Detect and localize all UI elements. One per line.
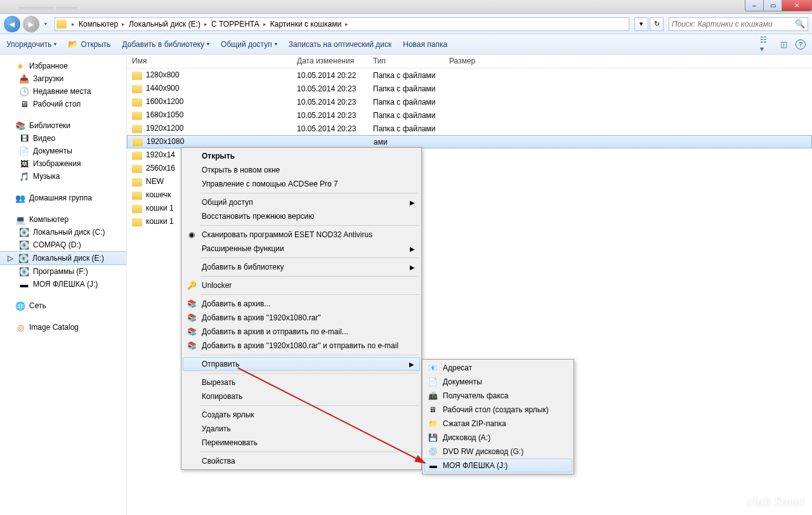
- column-header-name[interactable]: Имя: [127, 55, 292, 68]
- context-menu-item[interactable]: 📚Добавить в архив "1920x1080.rar": [183, 311, 420, 325]
- chevron-icon[interactable]: ▸: [69, 21, 77, 27]
- close-button[interactable]: ✕: [782, 0, 812, 11]
- sidebar-item-pictures[interactable]: 🖼Изображения: [0, 157, 126, 170]
- folder-icon: [132, 192, 142, 200]
- burn-button[interactable]: Записать на оптический диск: [289, 40, 392, 49]
- breadcrumb[interactable]: ▸ Компьютер ▸ Локальный диск (E:) ▸ С ТО…: [55, 17, 629, 31]
- submenu-arrow-icon: ▶: [410, 245, 415, 252]
- chevron-icon[interactable]: ▸: [261, 21, 269, 27]
- refresh-button[interactable]: ↻: [650, 17, 664, 31]
- context-menu-item[interactable]: Свойства: [183, 454, 420, 468]
- sidebar-item-drive-e[interactable]: ▷💽Локальный диск (E:): [0, 251, 126, 265]
- sidebar-item-music[interactable]: 🎵Музыка: [0, 170, 126, 183]
- sidebar-item-drive-j[interactable]: ▬МОЯ ФЛЕШКА (J:): [0, 278, 126, 290]
- sidebar-item-drive-c[interactable]: 💽Локальный диск (C:): [0, 226, 126, 238]
- context-menu-item[interactable]: Общий доступ▶: [183, 195, 420, 209]
- nav-forward-button[interactable]: ►: [23, 16, 39, 32]
- send-to-item[interactable]: 📠Получатель факса: [424, 389, 572, 403]
- sidebar-computer[interactable]: 💻Компьютер: [0, 213, 126, 226]
- file-date: 10.05.2014 20:22: [292, 71, 368, 80]
- sidebar-image-catalog[interactable]: ◎Image Catalog: [0, 321, 126, 334]
- send-to-item[interactable]: 💾Дисковод (A:): [424, 431, 572, 445]
- file-row[interactable]: 1600x120010.05.2014 20:23Папка с файлами: [127, 95, 812, 108]
- chevron-icon[interactable]: ▸: [202, 21, 210, 27]
- column-header-type[interactable]: Тип: [368, 55, 444, 68]
- context-menu-item[interactable]: Создать ярлык: [183, 408, 420, 422]
- chevron-icon[interactable]: ▸: [119, 21, 128, 27]
- preview-pane-button[interactable]: ◫: [778, 39, 789, 50]
- breadcrumb-seg[interactable]: С ТОРРЕНТА: [210, 20, 261, 29]
- menu-item-label: Дисковод (A:): [443, 433, 490, 442]
- breadcrumb-seg[interactable]: Картинки с кошками: [269, 20, 343, 29]
- context-menu-item[interactable]: ◉Сканировать программой ESET NOD32 Antiv…: [183, 228, 420, 242]
- context-menu-item[interactable]: 📚Добавить в архив "1920x1080.rar" и отпр…: [183, 339, 420, 353]
- sidebar-item-documents[interactable]: 📄Документы: [0, 145, 126, 157]
- add-to-library-button[interactable]: Добавить в библиотеку▾: [122, 40, 210, 49]
- nav-history-dropdown[interactable]: ▾: [42, 21, 49, 27]
- search-input[interactable]: [672, 20, 795, 29]
- context-menu-item[interactable]: Управление с помощью ACDSee Pro 7: [183, 177, 420, 191]
- send-to-item[interactable]: 📁Сжатая ZIP-папка: [424, 417, 572, 431]
- address-dropdown-button[interactable]: ▾: [634, 17, 648, 31]
- share-button[interactable]: Общий доступ▾: [221, 40, 277, 49]
- search-box[interactable]: 🔍: [669, 17, 808, 31]
- view-options-button[interactable]: ☷ ▾: [760, 39, 771, 50]
- sidebar-item-downloads[interactable]: 📥Загрузки: [0, 72, 126, 85]
- drive-icon: 💽: [19, 227, 29, 237]
- column-headers: Имя Дата изменения Тип Размер: [127, 55, 812, 68]
- send-to-item[interactable]: 🖥Рабочий стол (создать ярлык): [424, 403, 572, 417]
- context-menu-item[interactable]: Расширенные функции▶: [183, 242, 420, 256]
- search-icon[interactable]: 🔍: [795, 19, 805, 29]
- sidebar-item-drive-f[interactable]: 💽Программы (F:): [0, 265, 126, 278]
- menu-item-label: DVD RW дисковод (G:): [443, 447, 523, 456]
- menu-item-label: Переименовать: [202, 438, 258, 447]
- context-menu-item[interactable]: Переименовать: [183, 436, 420, 450]
- drive-icon: 💽: [19, 266, 29, 277]
- send-to-item[interactable]: ▬МОЯ ФЛЕШКА (J:): [424, 459, 572, 473]
- breadcrumb-seg[interactable]: Компьютер: [77, 20, 119, 29]
- file-row[interactable]: 1680x105010.05.2014 20:23Папка с файлами: [127, 108, 812, 122]
- context-menu-item[interactable]: 📚Добавить в архив...: [183, 297, 420, 311]
- context-menu-item[interactable]: Вырезать: [183, 375, 420, 389]
- sidebar-item-desktop[interactable]: 🖥Рабочий стол: [0, 98, 126, 110]
- file-row[interactable]: 1280x80010.05.2014 20:22Папка с файлами: [127, 68, 812, 82]
- computer-icon: 💻: [15, 214, 25, 225]
- minimize-button[interactable]: –: [745, 0, 764, 11]
- context-menu-item[interactable]: Отправить▶: [183, 357, 420, 371]
- send-to-item[interactable]: 📧Адресат: [424, 361, 572, 375]
- sidebar-item-videos[interactable]: 🎞Видео: [0, 132, 126, 145]
- open-button[interactable]: 📂Открыть: [68, 39, 110, 49]
- sidebar-libraries[interactable]: 📚Библиотеки: [0, 119, 126, 132]
- send-to-item[interactable]: 📄Документы: [424, 375, 572, 389]
- organize-button[interactable]: Упорядочить▾: [6, 40, 56, 49]
- context-menu-item[interactable]: Открыть в новом окне: [183, 163, 420, 177]
- sidebar-favorites[interactable]: ★Избранное: [0, 60, 126, 72]
- menu-item-label: Общий доступ: [202, 198, 253, 207]
- send-to-item[interactable]: 💿DVD RW дисковод (G:): [424, 445, 572, 459]
- sidebar-item-drive-d[interactable]: 💽COMPAQ (D:): [0, 238, 126, 251]
- file-row[interactable]: 1440x90010.05.2014 20:23Папка с файлами: [127, 82, 812, 95]
- sidebar-network[interactable]: 🌐Сеть: [0, 299, 126, 312]
- column-header-date[interactable]: Дата изменения: [292, 55, 368, 68]
- help-button[interactable]: ?: [796, 39, 806, 49]
- new-folder-button[interactable]: Новая папка: [403, 40, 447, 49]
- file-name: 1920x14: [146, 150, 175, 159]
- file-row[interactable]: 1920x120010.05.2014 20:23Папка с файлами: [127, 122, 812, 135]
- sidebar-homegroup[interactable]: 👥Домашняя группа: [0, 192, 126, 204]
- context-menu-item[interactable]: Копировать: [183, 389, 420, 403]
- column-header-size[interactable]: Размер: [444, 55, 495, 68]
- context-menu-item[interactable]: 📚Добавить в архив и отправить по e-mail.…: [183, 325, 420, 339]
- file-row[interactable]: 1920x1080ами: [127, 135, 812, 148]
- sidebar-item-recent[interactable]: 🕓Недавние места: [0, 85, 126, 98]
- homegroup-icon: 👥: [15, 193, 25, 203]
- context-menu-item[interactable]: 🔑Unlocker: [183, 278, 420, 292]
- context-menu-item[interactable]: Открыть: [183, 149, 420, 163]
- chevron-icon[interactable]: ▸: [343, 21, 351, 27]
- nav-back-button[interactable]: ◄: [4, 16, 20, 32]
- context-menu-item[interactable]: Добавить в библиотеку▶: [183, 260, 420, 274]
- context-menu-item[interactable]: Восстановить прежнюю версию: [183, 209, 420, 223]
- maximize-button[interactable]: ▭: [763, 0, 782, 11]
- breadcrumb-seg[interactable]: Локальный диск (E:): [128, 20, 202, 29]
- context-menu-item[interactable]: Удалить: [183, 422, 420, 436]
- file-name: 1280x800: [146, 70, 180, 79]
